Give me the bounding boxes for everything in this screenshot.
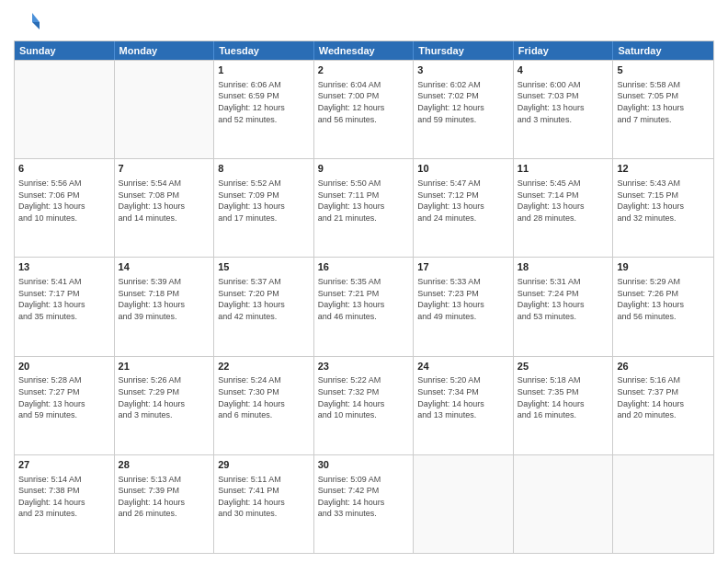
day-cell-17: 17Sunrise: 5:33 AMSunset: 7:23 PMDayligh…	[414, 258, 514, 355]
day-number: 5	[617, 63, 710, 77]
day-info: Sunrise: 5:11 AMSunset: 7:41 PMDaylight:…	[218, 474, 310, 520]
day-number: 4	[518, 63, 609, 77]
day-info: Sunrise: 5:37 AMSunset: 7:20 PMDaylight:…	[218, 276, 310, 322]
day-number: 28	[119, 458, 210, 472]
day-number: 11	[518, 162, 609, 176]
day-cell-9: 9Sunrise: 5:50 AMSunset: 7:11 PMDaylight…	[314, 159, 415, 257]
day-number: 7	[119, 162, 210, 176]
day-number: 20	[18, 360, 110, 373]
header-day-monday: Monday	[115, 41, 215, 60]
day-number: 27	[18, 458, 110, 472]
day-info: Sunrise: 5:26 AMSunset: 7:29 PMDaylight:…	[119, 374, 210, 420]
week-row-1: 1Sunrise: 6:06 AMSunset: 6:59 PMDaylight…	[15, 60, 713, 158]
calendar-body: 1Sunrise: 6:06 AMSunset: 6:59 PMDaylight…	[15, 60, 713, 553]
day-info: Sunrise: 5:13 AMSunset: 7:39 PMDaylight:…	[119, 474, 210, 520]
page: SundayMondayTuesdayWednesdayThursdayFrid…	[0, 0, 728, 563]
day-cell-6: 6Sunrise: 5:56 AMSunset: 7:06 PMDaylight…	[15, 159, 115, 257]
day-cell-3: 3Sunrise: 6:02 AMSunset: 7:02 PMDaylight…	[414, 61, 514, 158]
day-cell-30: 30Sunrise: 5:09 AMSunset: 7:42 PMDayligh…	[314, 455, 415, 553]
day-info: Sunrise: 6:00 AMSunset: 7:03 PMDaylight:…	[518, 79, 609, 125]
logo-icon	[14, 9, 40, 35]
day-cell-5: 5Sunrise: 5:58 AMSunset: 7:05 PMDaylight…	[613, 61, 713, 158]
day-number: 24	[417, 360, 509, 373]
header-day-tuesday: Tuesday	[214, 41, 314, 60]
day-number: 18	[518, 260, 609, 274]
day-cell-16: 16Sunrise: 5:35 AMSunset: 7:21 PMDayligh…	[314, 258, 415, 355]
day-number: 9	[318, 162, 410, 176]
day-number: 2	[318, 63, 410, 77]
day-info: Sunrise: 5:20 AMSunset: 7:34 PMDaylight:…	[417, 374, 509, 420]
day-cell-15: 15Sunrise: 5:37 AMSunset: 7:20 PMDayligh…	[214, 258, 314, 355]
day-cell-24: 24Sunrise: 5:20 AMSunset: 7:34 PMDayligh…	[414, 357, 514, 454]
day-cell-8: 8Sunrise: 5:52 AMSunset: 7:09 PMDaylight…	[214, 159, 314, 257]
header-day-wednesday: Wednesday	[314, 41, 415, 60]
day-number: 29	[218, 458, 310, 472]
week-row-3: 13Sunrise: 5:41 AMSunset: 7:17 PMDayligh…	[15, 257, 713, 355]
day-info: Sunrise: 5:16 AMSunset: 7:37 PMDaylight:…	[617, 374, 710, 420]
day-info: Sunrise: 5:28 AMSunset: 7:27 PMDaylight:…	[18, 374, 110, 420]
svg-marker-0	[32, 13, 40, 22]
day-number: 26	[617, 360, 710, 373]
header-day-saturday: Saturday	[613, 41, 713, 60]
header	[14, 9, 714, 35]
day-info: Sunrise: 5:52 AMSunset: 7:09 PMDaylight:…	[218, 178, 310, 224]
day-cell-23: 23Sunrise: 5:22 AMSunset: 7:32 PMDayligh…	[314, 357, 415, 454]
day-cell-7: 7Sunrise: 5:54 AMSunset: 7:08 PMDaylight…	[115, 159, 215, 257]
day-info: Sunrise: 5:45 AMSunset: 7:14 PMDaylight:…	[518, 178, 609, 224]
day-info: Sunrise: 5:33 AMSunset: 7:23 PMDaylight:…	[417, 276, 509, 322]
empty-cell	[613, 455, 713, 553]
calendar: SundayMondayTuesdayWednesdayThursdayFrid…	[14, 40, 714, 554]
day-cell-11: 11Sunrise: 5:45 AMSunset: 7:14 PMDayligh…	[514, 159, 614, 257]
day-cell-28: 28Sunrise: 5:13 AMSunset: 7:39 PMDayligh…	[115, 455, 215, 553]
day-cell-14: 14Sunrise: 5:39 AMSunset: 7:18 PMDayligh…	[115, 258, 215, 355]
day-number: 3	[417, 63, 509, 77]
day-info: Sunrise: 5:41 AMSunset: 7:17 PMDaylight:…	[18, 276, 110, 322]
header-day-sunday: Sunday	[15, 41, 115, 60]
day-number: 13	[18, 260, 110, 274]
day-info: Sunrise: 5:14 AMSunset: 7:38 PMDaylight:…	[18, 474, 110, 520]
day-number: 22	[218, 360, 310, 373]
day-cell-1: 1Sunrise: 6:06 AMSunset: 6:59 PMDaylight…	[214, 61, 314, 158]
day-info: Sunrise: 6:02 AMSunset: 7:02 PMDaylight:…	[417, 79, 509, 125]
day-number: 12	[617, 162, 710, 176]
day-cell-2: 2Sunrise: 6:04 AMSunset: 7:00 PMDaylight…	[314, 61, 415, 158]
day-info: Sunrise: 5:47 AMSunset: 7:12 PMDaylight:…	[417, 178, 509, 224]
day-number: 21	[119, 360, 210, 373]
day-info: Sunrise: 5:50 AMSunset: 7:11 PMDaylight:…	[318, 178, 410, 224]
day-number: 23	[318, 360, 410, 373]
day-info: Sunrise: 5:24 AMSunset: 7:30 PMDaylight:…	[218, 374, 310, 420]
empty-cell	[414, 455, 514, 553]
empty-cell	[514, 455, 614, 553]
day-cell-20: 20Sunrise: 5:28 AMSunset: 7:27 PMDayligh…	[15, 357, 115, 454]
day-number: 14	[119, 260, 210, 274]
day-cell-4: 4Sunrise: 6:00 AMSunset: 7:03 PMDaylight…	[514, 61, 614, 158]
day-number: 30	[318, 458, 410, 472]
day-cell-21: 21Sunrise: 5:26 AMSunset: 7:29 PMDayligh…	[115, 357, 215, 454]
week-row-4: 20Sunrise: 5:28 AMSunset: 7:27 PMDayligh…	[15, 356, 713, 454]
week-row-2: 6Sunrise: 5:56 AMSunset: 7:06 PMDaylight…	[15, 158, 713, 257]
day-number: 1	[218, 63, 310, 77]
day-info: Sunrise: 5:58 AMSunset: 7:05 PMDaylight:…	[617, 79, 710, 125]
empty-cell	[115, 61, 215, 158]
day-info: Sunrise: 5:35 AMSunset: 7:21 PMDaylight:…	[318, 276, 410, 322]
day-number: 8	[218, 162, 310, 176]
day-cell-19: 19Sunrise: 5:29 AMSunset: 7:26 PMDayligh…	[613, 258, 713, 355]
day-cell-12: 12Sunrise: 5:43 AMSunset: 7:15 PMDayligh…	[613, 159, 713, 257]
calendar-header: SundayMondayTuesdayWednesdayThursdayFrid…	[15, 41, 713, 60]
day-cell-25: 25Sunrise: 5:18 AMSunset: 7:35 PMDayligh…	[514, 357, 614, 454]
header-day-friday: Friday	[514, 41, 614, 60]
day-info: Sunrise: 6:06 AMSunset: 6:59 PMDaylight:…	[218, 79, 310, 125]
week-row-5: 27Sunrise: 5:14 AMSunset: 7:38 PMDayligh…	[15, 454, 713, 553]
day-info: Sunrise: 5:54 AMSunset: 7:08 PMDaylight:…	[119, 178, 210, 224]
day-cell-13: 13Sunrise: 5:41 AMSunset: 7:17 PMDayligh…	[15, 258, 115, 355]
day-info: Sunrise: 5:39 AMSunset: 7:18 PMDaylight:…	[119, 276, 210, 322]
day-info: Sunrise: 5:22 AMSunset: 7:32 PMDaylight:…	[318, 374, 410, 420]
day-cell-27: 27Sunrise: 5:14 AMSunset: 7:38 PMDayligh…	[15, 455, 115, 553]
svg-marker-1	[32, 22, 40, 29]
day-info: Sunrise: 6:04 AMSunset: 7:00 PMDaylight:…	[318, 79, 410, 125]
day-cell-10: 10Sunrise: 5:47 AMSunset: 7:12 PMDayligh…	[414, 159, 514, 257]
day-cell-29: 29Sunrise: 5:11 AMSunset: 7:41 PMDayligh…	[214, 455, 314, 553]
day-number: 15	[218, 260, 310, 274]
day-info: Sunrise: 5:31 AMSunset: 7:24 PMDaylight:…	[518, 276, 609, 322]
empty-cell	[15, 61, 115, 158]
